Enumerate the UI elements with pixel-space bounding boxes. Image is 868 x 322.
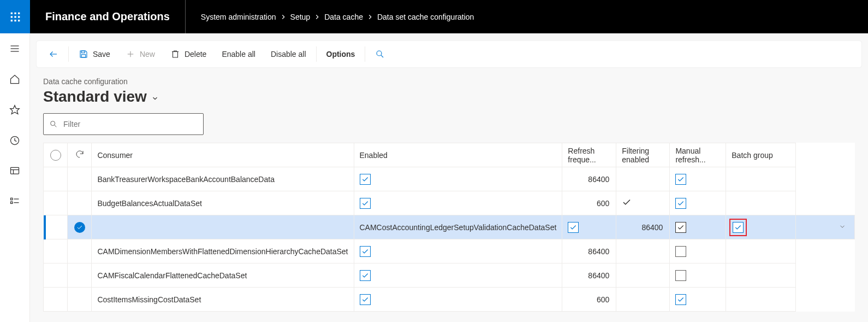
- svg-rect-8: [18, 20, 20, 21]
- manual-refresh-cell[interactable]: [670, 264, 726, 288]
- enable-all-button[interactable]: Enable all: [214, 41, 263, 67]
- filtering-cell[interactable]: [670, 215, 726, 239]
- filtering-cell[interactable]: [616, 191, 670, 215]
- table-row[interactable]: CostItemsMissingCostDataSet600: [44, 288, 855, 312]
- enabled-cell[interactable]: [354, 191, 562, 215]
- filter-input[interactable]: [63, 120, 198, 128]
- enabled-cell[interactable]: [354, 167, 562, 191]
- svg-rect-6: [10, 20, 12, 21]
- manual-refresh-cell[interactable]: [670, 239, 726, 264]
- options-button[interactable]: Options: [319, 41, 363, 67]
- delete-button[interactable]: Delete: [163, 41, 214, 67]
- batch-group-cell[interactable]: [726, 167, 795, 191]
- refresh-freq-cell[interactable]: 86400: [616, 215, 670, 239]
- checkbox-icon: [360, 270, 371, 281]
- save-label: Save: [93, 50, 110, 58]
- batch-group-cell[interactable]: [795, 215, 854, 239]
- batch-group-cell[interactable]: [726, 191, 795, 215]
- checkbox-icon: [675, 294, 686, 305]
- row-select[interactable]: [44, 239, 68, 264]
- nav-modules[interactable]: [0, 190, 30, 214]
- consumer-cell[interactable]: CAMCostAccountingLedgerSetupValidationCa…: [354, 215, 562, 239]
- refresh-freq-cell[interactable]: 86400: [562, 167, 616, 191]
- enabled-cell[interactable]: [354, 239, 562, 264]
- refresh-freq-cell[interactable]: 600: [562, 288, 616, 312]
- consumer-cell[interactable]: CostItemsMissingCostDataSet: [92, 288, 354, 312]
- consumer-cell[interactable]: BudgetBalancesActualDataSet: [92, 191, 354, 215]
- select-all-header[interactable]: [44, 143, 68, 167]
- breadcrumb-item[interactable]: Data set cache configuration: [377, 13, 474, 21]
- data-grid: Consumer Enabled Refresh freque... Filte…: [37, 143, 861, 312]
- options-label: Options: [326, 50, 355, 58]
- breadcrumb-item[interactable]: Setup: [290, 13, 311, 21]
- filtering-cell[interactable]: [616, 264, 670, 288]
- batch-group-cell[interactable]: [726, 264, 795, 288]
- chevron-right-icon: [366, 13, 374, 21]
- save-button[interactable]: Save: [71, 41, 118, 67]
- consumer-cell[interactable]: CAMDimensionMembersWithFlattenedDimensio…: [92, 239, 354, 264]
- row-select[interactable]: [44, 264, 68, 288]
- checkmark-circle-icon: [74, 222, 85, 233]
- consumer-cell[interactable]: BankTreasurerWorkspaceBankAccountBalance…: [92, 167, 354, 191]
- refresh-icon: [75, 149, 85, 159]
- batch-group-cell[interactable]: [726, 239, 795, 264]
- row-select[interactable]: [68, 215, 92, 239]
- table-row[interactable]: BudgetBalancesActualDataSet600: [44, 191, 855, 215]
- disable-all-button[interactable]: Disable all: [263, 41, 314, 67]
- refresh-freq-cell[interactable]: 86400: [562, 239, 616, 264]
- col-refresh-freq[interactable]: Refresh freque...: [562, 143, 616, 167]
- refresh-freq-cell[interactable]: 86400: [562, 264, 616, 288]
- highlight-box: [729, 219, 747, 236]
- manual-refresh-cell[interactable]: [670, 167, 726, 191]
- nav-recent[interactable]: [0, 128, 30, 153]
- nav-favorites[interactable]: [0, 98, 30, 122]
- col-batch[interactable]: Batch group: [726, 143, 795, 167]
- refresh-header[interactable]: [68, 143, 92, 167]
- search-button[interactable]: [367, 41, 393, 67]
- svg-rect-17: [11, 198, 13, 200]
- svg-rect-2: [18, 12, 20, 14]
- filtering-cell[interactable]: [616, 167, 670, 191]
- row-select[interactable]: [44, 288, 68, 312]
- enabled-cell[interactable]: [562, 215, 616, 239]
- manual-refresh-cell[interactable]: [670, 288, 726, 312]
- col-consumer[interactable]: Consumer: [92, 143, 354, 167]
- svg-rect-18: [11, 202, 13, 203]
- manual-refresh-cell[interactable]: [726, 215, 795, 239]
- table-row[interactable]: CAMCostAccountingLedgerSetupValidationCa…: [44, 215, 855, 239]
- enabled-cell[interactable]: [354, 264, 562, 288]
- nav-home[interactable]: [0, 67, 30, 91]
- col-filtering[interactable]: Filtering enabled: [616, 143, 670, 167]
- main-content: Save New Delete Enable all Disable all O…: [30, 33, 868, 322]
- consumer-cell[interactable]: CAMFiscalCalendarFlattenedCacheDataSet: [92, 264, 354, 288]
- manual-refresh-cell[interactable]: [670, 191, 726, 215]
- table-row[interactable]: BankTreasurerWorkspaceBankAccountBalance…: [44, 167, 855, 191]
- col-manual[interactable]: Manual refresh...: [670, 143, 726, 167]
- row-select[interactable]: [44, 191, 68, 215]
- enabled-cell[interactable]: [354, 288, 562, 312]
- nav-workspaces[interactable]: [0, 159, 30, 183]
- checkbox-icon: [360, 294, 371, 305]
- star-icon: [9, 104, 20, 115]
- nav-hamburger[interactable]: [0, 37, 30, 61]
- header-row: Consumer Enabled Refresh freque... Filte…: [44, 143, 855, 167]
- row-select[interactable]: [44, 167, 68, 191]
- plus-icon: [126, 49, 135, 59]
- refresh-freq-cell[interactable]: 600: [562, 191, 616, 215]
- filtering-cell[interactable]: [616, 239, 670, 264]
- batch-group-cell[interactable]: [726, 288, 795, 312]
- col-enabled[interactable]: Enabled: [354, 143, 562, 167]
- view-name: Standard view: [43, 88, 147, 106]
- filtering-cell[interactable]: [616, 288, 670, 312]
- back-button[interactable]: [41, 41, 66, 67]
- svg-rect-22: [81, 51, 85, 53]
- table-row[interactable]: CAMDimensionMembersWithFlattenedDimensio…: [44, 239, 855, 264]
- chevron-down-icon[interactable]: [835, 223, 850, 232]
- app-launcher[interactable]: [0, 0, 30, 33]
- filter-box[interactable]: [43, 113, 204, 135]
- view-selector[interactable]: Standard view: [43, 88, 855, 106]
- table-row[interactable]: CAMFiscalCalendarFlattenedCacheDataSet86…: [44, 264, 855, 288]
- breadcrumb-item[interactable]: System administration: [201, 13, 276, 21]
- breadcrumb-item[interactable]: Data cache: [324, 13, 363, 21]
- new-button[interactable]: New: [118, 41, 163, 67]
